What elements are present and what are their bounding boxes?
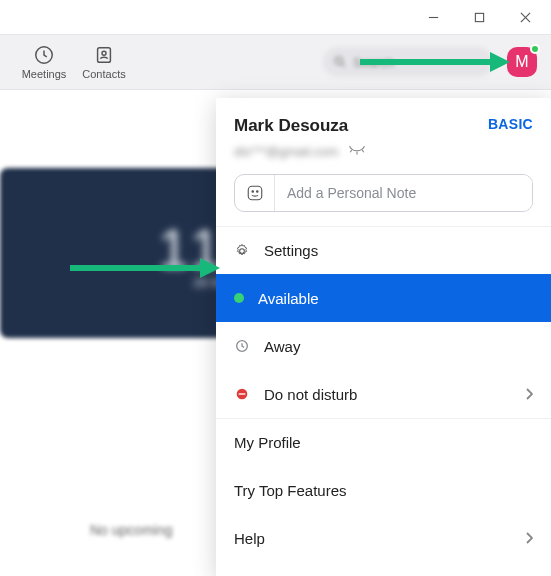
close-button[interactable] — [503, 2, 547, 32]
smiley-icon — [246, 184, 264, 202]
svg-line-9 — [350, 150, 352, 152]
eye-closed-icon — [348, 144, 366, 156]
gear-icon — [234, 243, 250, 259]
plan-badge: BASIC — [488, 116, 533, 132]
menu-label: My Profile — [234, 434, 533, 451]
svg-point-6 — [102, 51, 106, 55]
personal-note-field[interactable] — [234, 174, 533, 212]
svg-rect-1 — [475, 13, 483, 21]
reveal-email-button[interactable] — [348, 142, 366, 160]
search-icon — [333, 55, 347, 69]
presence-indicator-icon — [530, 44, 540, 54]
clock-icon — [33, 44, 55, 66]
status-available-icon — [234, 293, 244, 303]
profile-dropdown: Mark Desouza BASIC dis***@gmail.com Sett… — [216, 98, 551, 576]
menu-item-settings[interactable]: Settings — [216, 226, 551, 274]
menu-item-help[interactable]: Help — [216, 514, 551, 562]
menu-label: Settings — [264, 242, 533, 259]
svg-line-8 — [341, 63, 344, 66]
away-clock-icon — [234, 338, 250, 354]
svg-point-7 — [335, 57, 342, 64]
chevron-right-icon — [525, 386, 533, 403]
profile-avatar[interactable]: M — [507, 47, 537, 77]
top-toolbar: Meetings Contacts Search M — [0, 34, 551, 90]
no-upcoming-text: No upcoming — [90, 522, 173, 538]
menu-item-dnd[interactable]: Do not disturb — [216, 370, 551, 418]
personal-note-input[interactable] — [275, 175, 532, 211]
contacts-icon — [93, 44, 115, 66]
menu-label: Help — [234, 530, 511, 547]
profile-name: Mark Desouza — [234, 116, 348, 136]
minimize-button[interactable] — [411, 2, 455, 32]
tab-meetings[interactable]: Meetings — [14, 44, 74, 80]
menu-label: Try Top Features — [234, 482, 533, 499]
svg-rect-12 — [248, 186, 262, 200]
menu-label: Do not disturb — [264, 386, 511, 403]
maximize-button[interactable] — [457, 2, 501, 32]
svg-point-14 — [256, 191, 258, 193]
chevron-right-icon — [525, 530, 533, 547]
window-titlebar — [0, 0, 551, 34]
tab-contacts[interactable]: Contacts — [74, 44, 134, 80]
menu-label: Away — [264, 338, 533, 355]
profile-email: dis***@gmail.com — [234, 144, 338, 159]
menu-item-my-profile[interactable]: My Profile — [216, 418, 551, 466]
upcoming-card: 11 28 M — [0, 168, 240, 338]
menu-item-available[interactable]: Available — [216, 274, 551, 322]
menu-item-top-features[interactable]: Try Top Features — [216, 466, 551, 514]
tab-meetings-label: Meetings — [14, 68, 74, 80]
menu-item-away[interactable]: Away — [216, 322, 551, 370]
search-placeholder: Search — [353, 55, 394, 70]
clock-time: 11 — [158, 216, 222, 281]
dnd-icon — [234, 386, 250, 402]
avatar-initial: M — [515, 53, 528, 71]
svg-line-11 — [362, 150, 364, 152]
menu-label: Available — [258, 290, 533, 307]
search-input[interactable]: Search — [323, 47, 493, 77]
svg-point-13 — [252, 191, 254, 193]
svg-rect-17 — [239, 393, 246, 394]
emoji-picker-button[interactable] — [235, 175, 275, 211]
tab-contacts-label: Contacts — [74, 68, 134, 80]
